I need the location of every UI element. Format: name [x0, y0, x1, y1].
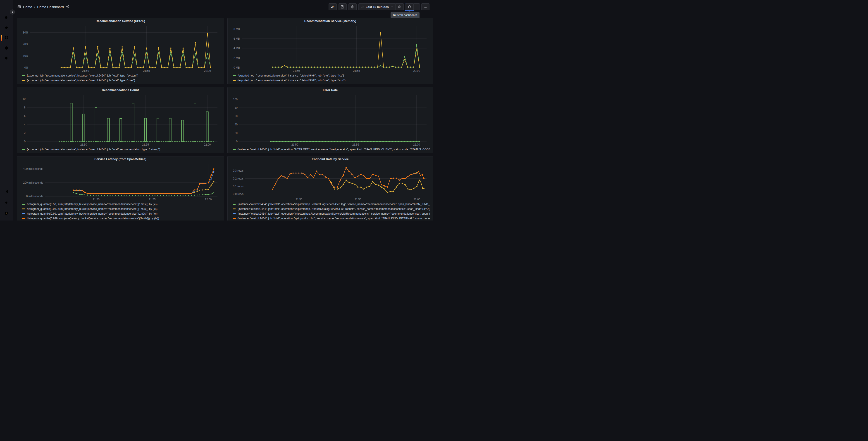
memory-chart[interactable]: 0 MB2 MB4 MB6 MB8 MB21:5021:5522:00: [230, 24, 430, 73]
legend-label: histogram_quantile(0.95, sum(rate(latenc…: [27, 207, 157, 210]
cpu-legend: {exported_job="recommendationservice", i…: [20, 73, 221, 83]
svg-text:200 milliseconds: 200 milliseconds: [23, 181, 43, 184]
monitor-icon: [424, 5, 428, 9]
svg-text:21:55: 21:55: [354, 198, 361, 201]
svg-text:20: 20: [235, 131, 238, 135]
svg-text:21:50: 21:50: [80, 143, 87, 146]
dashboards-grid-icon: [4, 35, 9, 40]
sidebar-item-explore[interactable]: [0, 43, 13, 53]
expand-sidebar-button[interactable]: [10, 9, 15, 14]
sidebar-item-starred[interactable]: [0, 23, 13, 32]
chevron-down-icon: [415, 5, 418, 8]
svg-text:22:00: 22:00: [205, 198, 212, 201]
legend-item[interactable]: histogram_quantile(0.99, sum(rate(latenc…: [22, 211, 221, 216]
memory-legend: {exported_job="recommendationservice", i…: [230, 73, 430, 83]
gear-icon: [350, 5, 354, 9]
recommendations-count-chart[interactable]: 024681021:5021:5522:00: [20, 93, 221, 147]
refresh-controls: Refresh dashboard: [405, 3, 420, 10]
refresh-interval-dropdown[interactable]: [414, 3, 420, 10]
panel-error-rate: Error Rate 02040608010021:5021:5522:00 {…: [227, 87, 433, 153]
svg-text:0.0 req/s: 0.0 req/s: [233, 193, 244, 196]
legend-label: {instance="otelcol:9464", job="otel", op…: [238, 203, 430, 206]
sidebar-item-settings[interactable]: [0, 198, 13, 207]
dashboard-toolbar: Last 15 minutes Refresh dashboard: [329, 3, 430, 10]
panel-title[interactable]: Recommendations Count: [20, 87, 221, 93]
service-latency-legend: histogram_quantile(0.50, sum(rate(latenc…: [20, 202, 221, 220]
svg-text:4: 4: [24, 123, 26, 126]
sidebar-item-dashboards[interactable]: [0, 33, 13, 42]
endpoint-rate-chart[interactable]: 0.0 req/s0.1 req/s0.2 req/s0.3 req/s21:5…: [230, 162, 430, 202]
sidebar-item-help[interactable]: [0, 209, 13, 218]
panel-service-latency: Service Latency (from SpanMetrics) 0 mil…: [17, 156, 224, 220]
grafana-logo[interactable]: [3, 2, 10, 9]
panel-title[interactable]: Service Latency (from SpanMetrics): [20, 156, 221, 162]
panel-title[interactable]: Error Rate: [230, 87, 430, 93]
svg-text:400 milliseconds: 400 milliseconds: [23, 167, 43, 171]
legend-item[interactable]: {instance="otelcol:9464", job="otel", op…: [232, 147, 430, 152]
legend-swatch: [22, 204, 25, 205]
svg-text:22:00: 22:00: [204, 69, 211, 72]
sidebar-item-sign-in[interactable]: [0, 187, 13, 196]
legend-label: {instance="otelcol:9464", job="otel", op…: [238, 148, 430, 151]
legend-label: {exported_job="recommendationservice", i…: [27, 79, 135, 82]
error-rate-chart[interactable]: 02040608010021:5021:5522:00: [230, 93, 430, 147]
svg-text:0 milliseconds: 0 milliseconds: [26, 195, 43, 198]
svg-text:80: 80: [235, 106, 238, 109]
clock-icon: [361, 5, 364, 9]
legend-label: histogram_quantile(0.50, sum(rate(latenc…: [27, 203, 157, 206]
legend-item[interactable]: {instance="otelcol:9464", job="otel", op…: [232, 206, 430, 211]
svg-text:21:50: 21:50: [291, 143, 298, 146]
legend-item[interactable]: {exported_job="recommendationservice", i…: [232, 78, 430, 83]
cycle-view-button[interactable]: [421, 3, 430, 10]
time-range-picker[interactable]: Last 15 minutes: [359, 3, 396, 10]
svg-text:10%: 10%: [23, 54, 28, 58]
panel-endpoint-rate: Endpoint Rate by Service 0.0 req/s0.1 re…: [227, 156, 433, 220]
legend-swatch: [232, 213, 236, 214]
svg-text:21:50: 21:50: [93, 198, 99, 201]
save-dashboard-button[interactable]: [339, 3, 347, 10]
legend-item[interactable]: {instance="otelcol:9464", job="otel", op…: [232, 216, 430, 220]
legend-label: {instance="otelcol:9464", job="otel", op…: [238, 217, 430, 220]
legend-item[interactable]: {exported_job="recommendationservice", i…: [22, 78, 221, 83]
sidebar-item-alerting[interactable]: [0, 54, 13, 63]
legend-item[interactable]: histogram_quantile(0.50, sum(rate(latenc…: [22, 202, 221, 206]
dashboard-settings-button[interactable]: [348, 3, 356, 10]
left-sidebar: [0, 0, 13, 220]
sign-in-icon: [4, 189, 9, 194]
save-icon: [341, 5, 344, 9]
legend-swatch: [232, 208, 236, 209]
panel-title[interactable]: Recommendation Service (Memory): [230, 18, 430, 24]
zoom-out-button[interactable]: [396, 3, 404, 10]
top-navigation: Demo / Demo Dashboard Last 15 minutes Re…: [13, 0, 434, 13]
service-latency-chart[interactable]: 0 milliseconds200 milliseconds400 millis…: [20, 162, 221, 202]
refresh-dashboard-button[interactable]: [405, 3, 414, 10]
svg-text:10: 10: [23, 97, 26, 100]
legend-item[interactable]: histogram_quantile(0.95, sum(rate(latenc…: [22, 206, 221, 211]
svg-text:21:50: 21:50: [296, 198, 302, 201]
add-panel-button[interactable]: [329, 3, 337, 10]
legend-item[interactable]: {instance="otelcol:9464", job="otel", op…: [232, 202, 430, 206]
svg-text:0.3 req/s: 0.3 req/s: [233, 169, 244, 172]
tooltip-arrow: [408, 11, 411, 14]
legend-swatch: [22, 218, 25, 219]
svg-text:100: 100: [233, 98, 238, 101]
legend-label: histogram_quantile(0.999, sum(rate(laten…: [27, 217, 159, 220]
recommendations-count-legend: {exported_job="recommendationservice", i…: [20, 147, 221, 152]
svg-text:2: 2: [24, 131, 26, 135]
legend-label: histogram_quantile(0.99, sum(rate(latenc…: [27, 212, 157, 215]
legend-item[interactable]: histogram_quantile(0.999, sum(rate(laten…: [22, 216, 221, 220]
svg-text:2 MB: 2 MB: [234, 56, 240, 60]
legend-item[interactable]: {exported_job="recommendationservice", i…: [22, 147, 221, 152]
panel-recommendations-count: Recommendations Count 024681021:5021:552…: [17, 87, 224, 153]
svg-text:8 MB: 8 MB: [234, 27, 240, 31]
legend-swatch: [22, 149, 25, 150]
legend-label: {exported_job="recommendationservice", i…: [27, 148, 160, 151]
sidebar-item-search[interactable]: [0, 13, 13, 22]
error-rate-legend: {instance="otelcol:9464", job="otel", op…: [230, 147, 430, 152]
legend-item[interactable]: {exported_job="recommendationservice", i…: [22, 73, 221, 78]
search-icon: [4, 16, 9, 20]
legend-item[interactable]: {exported_job="recommendationservice", i…: [232, 73, 430, 78]
legend-item[interactable]: {instance="otelcol:9464", job="otel", op…: [232, 211, 430, 216]
question-circle-icon: [4, 211, 9, 215]
panel-title[interactable]: Endpoint Rate by Service: [230, 156, 430, 162]
